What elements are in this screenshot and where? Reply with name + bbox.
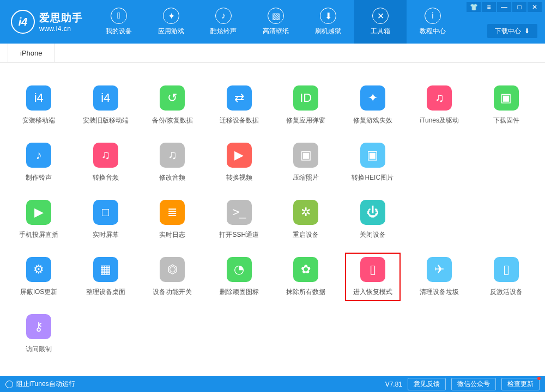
- nav-1[interactable]: ✦应用游戏: [145, 0, 197, 44]
- tool-5[interactable]: ✦修复游戏失效: [340, 78, 407, 135]
- tool-label-20: 重启设备: [293, 230, 319, 240]
- status-circle-icon: [5, 381, 13, 388]
- tool-26[interactable]: ⏣设备功能开关: [139, 249, 206, 307]
- tool-2[interactable]: ↺备份/恢复数据: [139, 78, 206, 135]
- tool-30[interactable]: ✈清理设备垃圾: [406, 249, 473, 307]
- tool-16[interactable]: ▶手机投屏直播: [5, 192, 72, 249]
- tool-label-25: 整理设备桌面: [86, 287, 125, 297]
- status-bar: 阻止iTunes自动运行 V7.81 意见反馈 微信公众号 检查更新: [0, 376, 545, 392]
- tool-25[interactable]: ▦整理设备桌面: [72, 249, 140, 307]
- tool-icon-16: ▶: [26, 200, 51, 225]
- tab-iphone[interactable]: iPhone: [8, 44, 55, 62]
- menu-button[interactable]: ≡: [482, 2, 496, 12]
- tool-label-12: 压缩照片: [293, 173, 319, 182]
- tool-icon-26: ⏣: [160, 257, 185, 282]
- tool-icon-2: ↺: [160, 85, 185, 111]
- tool-12[interactable]: ▣压缩照片: [272, 135, 340, 192]
- tool-32[interactable]: ⚷访问限制: [5, 307, 72, 364]
- update-dot-icon: [537, 377, 541, 380]
- tool-label-21: 关闭设备: [360, 230, 386, 240]
- tool-icon-9: ♫: [93, 143, 118, 168]
- nav-6[interactable]: i教程中心: [407, 0, 459, 44]
- nav-label-3: 高清壁纸: [263, 27, 289, 36]
- tool-icon-12: ▣: [293, 143, 318, 168]
- tool-31[interactable]: ▯反激活设备: [473, 249, 540, 307]
- tool-icon-7: ▣: [494, 85, 519, 111]
- tool-13[interactable]: ▣转换HEIC图片: [340, 135, 407, 192]
- tool-24[interactable]: ⚙屏蔽iOS更新: [5, 249, 72, 307]
- tool-label-30: 清理设备垃圾: [420, 287, 459, 297]
- nav-icon-6: i: [425, 8, 441, 24]
- nav-0[interactable]: 我的设备: [93, 0, 145, 44]
- tool-icon-4: ID: [293, 85, 318, 111]
- tool-1[interactable]: i4安装旧版移动端: [72, 78, 140, 135]
- app-header: i4 爱思助手 www.i4.cn 我的设备✦应用游戏♪酷炫铃声▧高清壁纸⬇刷…: [0, 0, 545, 44]
- minimize-button[interactable]: —: [497, 2, 511, 12]
- tool-icon-32: ⚷: [26, 314, 51, 339]
- tool-20[interactable]: ✲重启设备: [272, 192, 340, 249]
- tool-icon-24: ⚙: [26, 257, 51, 282]
- tool-icon-0: i4: [26, 85, 51, 111]
- tool-label-7: 下载固件: [493, 116, 519, 125]
- download-center-button[interactable]: 下载中心 ⬇: [487, 24, 537, 38]
- tool-0[interactable]: i4安装移动端: [5, 78, 72, 135]
- nav-label-0: 我的设备: [106, 27, 132, 36]
- nav-2[interactable]: ♪酷炫铃声: [197, 0, 250, 44]
- tool-7[interactable]: ▣下载固件: [473, 78, 540, 135]
- tool-icon-29: ▯: [360, 257, 385, 282]
- tool-icon-25: ▦: [93, 257, 118, 282]
- nav-3[interactable]: ▧高清壁纸: [250, 0, 302, 44]
- feedback-button[interactable]: 意见反馈: [408, 378, 446, 390]
- tool-icon-8: ♪: [26, 143, 51, 168]
- nav-label-2: 酷炫铃声: [210, 27, 237, 36]
- tool-21[interactable]: ⏻关闭设备: [340, 192, 407, 249]
- tool-27[interactable]: ◔删除顽固图标: [206, 249, 273, 307]
- tool-10[interactable]: ♫修改音频: [139, 135, 206, 192]
- tool-icon-28: ✿: [293, 257, 318, 282]
- tool-label-18: 实时日志: [159, 230, 185, 240]
- tool-18[interactable]: ≣实时日志: [139, 192, 206, 249]
- wechat-button[interactable]: 微信公众号: [451, 378, 496, 390]
- check-update-button[interactable]: 检查更新: [501, 378, 540, 390]
- tool-3[interactable]: ⇄迁移设备数据: [206, 78, 273, 135]
- skin-button[interactable]: 👕: [467, 2, 481, 12]
- tool-icon-17: □: [93, 200, 118, 225]
- tool-11[interactable]: ▶转换视频: [206, 135, 273, 192]
- nav-label-6: 教程中心: [420, 27, 446, 36]
- tool-6[interactable]: ♫iTunes及驱动: [406, 78, 473, 135]
- toolbox-content: i4安装移动端i4安装旧版移动端↺备份/恢复数据⇄迁移设备数据ID修复应用弹窗✦…: [0, 63, 545, 376]
- itunes-block-toggle[interactable]: 阻止iTunes自动运行: [16, 379, 75, 389]
- tool-label-4: 修复应用弹窗: [286, 116, 325, 125]
- tool-icon-30: ✈: [427, 257, 452, 282]
- nav-icon-4: ⬇: [320, 8, 336, 24]
- tool-8[interactable]: ♪制作铃声: [5, 135, 72, 192]
- nav-label-1: 应用游戏: [158, 27, 184, 36]
- close-button[interactable]: ✕: [528, 2, 542, 12]
- nav-5[interactable]: ✕工具箱: [354, 0, 407, 44]
- tool-label-1: 安装旧版移动端: [83, 116, 129, 125]
- download-center-label: 下载中心: [495, 27, 521, 36]
- device-tabs: iPhone: [0, 44, 545, 63]
- tool-4[interactable]: ID修复应用弹窗: [272, 78, 340, 135]
- logo: i4 爱思助手 www.i4.cn: [0, 10, 93, 34]
- tool-icon-13: ▣: [360, 143, 385, 168]
- tool-17[interactable]: □实时屏幕: [72, 192, 140, 249]
- tool-icon-6: ♫: [427, 85, 452, 111]
- main-nav: 我的设备✦应用游戏♪酷炫铃声▧高清壁纸⬇刷机越狱✕工具箱i教程中心: [93, 0, 459, 44]
- tool-19[interactable]: >_打开SSH通道: [206, 192, 273, 249]
- tool-label-24: 屏蔽iOS更新: [20, 287, 57, 297]
- nav-label-4: 刷机越狱: [315, 27, 341, 36]
- tool-label-27: 删除顽固图标: [220, 287, 259, 297]
- nav-icon-2: ♪: [215, 8, 232, 24]
- tool-label-3: 迁移设备数据: [220, 116, 259, 125]
- maximize-button[interactable]: □: [512, 2, 526, 12]
- tool-28[interactable]: ✿抹除所有数据: [272, 249, 340, 307]
- tool-icon-1: i4: [93, 85, 118, 111]
- nav-icon-3: ▧: [268, 8, 284, 24]
- tool-29[interactable]: ▯进入恢复模式: [340, 249, 407, 307]
- nav-icon-5: ✕: [372, 8, 389, 24]
- nav-4[interactable]: ⬇刷机越狱: [302, 0, 354, 44]
- tool-label-11: 转换视频: [226, 173, 252, 182]
- tool-9[interactable]: ♫转换音频: [72, 135, 140, 192]
- nav-icon-1: ✦: [163, 8, 179, 24]
